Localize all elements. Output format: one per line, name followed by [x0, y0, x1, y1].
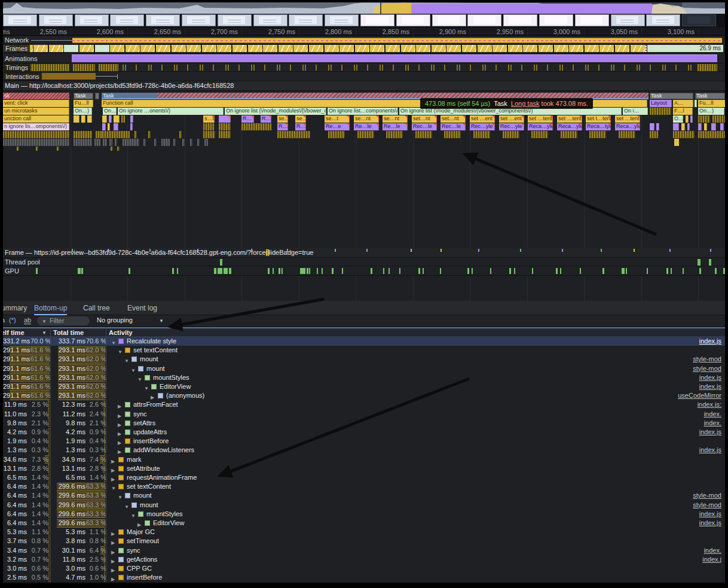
- tab-ummary[interactable]: ummary: [3, 301, 27, 315]
- expand-arrow-icon[interactable]: ▶: [118, 447, 124, 453]
- source-link[interactable]: index.js: [699, 446, 721, 455]
- match-case-icon[interactable]: a: [3, 316, 5, 324]
- collapse-arrow-icon[interactable]: ▼: [144, 384, 150, 390]
- source-link[interactable]: style-mod: [693, 491, 721, 500]
- self-time-percent: 7.3 %: [30, 455, 48, 464]
- collapse-arrow-icon[interactable]: ▼: [111, 339, 117, 345]
- table-row[interactable]: 291.1 ms61.6 %293.1 ms62.0 %▼mountstyle-…: [3, 364, 725, 373]
- table-row[interactable]: 3.2 ms0.7 %11.8 ms2.5 %▶getActionsindex.…: [3, 555, 725, 564]
- expand-arrow-icon[interactable]: ▶: [118, 429, 124, 435]
- total-time-percent: 62.0 %: [86, 346, 106, 355]
- interactions-track-label: Interactions: [3, 72, 42, 81]
- self-heat-bar: [48, 537, 50, 546]
- source-link[interactable]: index.js: [699, 337, 721, 346]
- expand-arrow-icon[interactable]: ▶: [111, 475, 117, 481]
- column-divider[interactable]: [106, 327, 106, 583]
- source-link[interactable]: index.js: [699, 519, 721, 528]
- table-row[interactable]: 3.0 ms0.6 %3.0 ms0.6 %▶CPP GC: [3, 564, 725, 573]
- total-time-percent: 2.1 %: [86, 419, 106, 428]
- source-link[interactable]: style-mod: [693, 501, 721, 510]
- source-link[interactable]: style-mod: [693, 364, 721, 373]
- collapse-arrow-icon[interactable]: ▼: [118, 493, 124, 499]
- source-link[interactable]: index.js: [699, 382, 721, 391]
- activity-label: mount: [140, 501, 158, 510]
- expand-arrow-icon[interactable]: ▶: [118, 438, 124, 444]
- table-row[interactable]: 3.7 ms0.8 %3.8 ms0.8 %▶setTimeout: [3, 537, 725, 546]
- grouping-caret-icon[interactable]: ▼: [159, 318, 164, 324]
- activity-label: sync: [133, 410, 147, 419]
- grouping-select[interactable]: No grouping: [97, 316, 133, 324]
- source-link[interactable]: index.j: [702, 555, 721, 564]
- tab-call-tree[interactable]: Call tree: [83, 301, 110, 315]
- source-link[interactable]: index.js: [699, 510, 721, 519]
- collapse-arrow-icon[interactable]: ▼: [131, 511, 137, 517]
- collapse-arrow-icon[interactable]: ▼: [111, 484, 117, 490]
- table-row[interactable]: 34.6 ms7.3 %34.9 ms7.4 %▶mark: [3, 455, 725, 464]
- self-heat-bar: [48, 419, 50, 427]
- table-row[interactable]: 291.1 ms61.6 %293.1 ms62.0 %▼EditorViewi…: [3, 382, 725, 391]
- expand-arrow-icon[interactable]: ▶: [118, 402, 124, 408]
- expand-arrow-icon[interactable]: ▶: [111, 566, 117, 572]
- table-row[interactable]: 3.4 ms0.7 %30.1 ms6.4 %▶syncindex.: [3, 546, 725, 555]
- table-row[interactable]: 291.1 ms61.6 %293.1 ms62.0 %▼set textCon…: [3, 346, 725, 355]
- source-link[interactable]: index.js:: [698, 400, 721, 409]
- table-row[interactable]: 6.4 ms1.4 %299.6 ms63.3 %▼set textConten…: [3, 482, 725, 491]
- expand-arrow-icon[interactable]: ▶: [111, 466, 117, 472]
- collapse-arrow-icon[interactable]: ▼: [124, 357, 130, 362]
- table-row[interactable]: 291.1 ms61.6 %293.1 ms62.0 %▼mountstyle-…: [3, 355, 725, 364]
- regex-icon[interactable]: (*): [9, 316, 16, 324]
- source-link[interactable]: style-mod: [693, 355, 721, 364]
- collapse-arrow-icon[interactable]: ▼: [131, 366, 137, 372]
- total-time-percent: 62.0 %: [86, 391, 106, 400]
- source-link[interactable]: useCodeMirror: [678, 391, 721, 400]
- source-link[interactable]: index.: [704, 419, 721, 428]
- activity-type-icon: [138, 511, 143, 517]
- table-row[interactable]: 1.9 ms0.4 %1.9 ms0.4 %▶insertBefore: [3, 437, 725, 446]
- table-row[interactable]: 6.4 ms1.4 %299.6 ms63.3 %▼mountStylesind…: [3, 510, 725, 519]
- total-time-percent: 0.4 %: [86, 437, 106, 446]
- tab-event-log[interactable]: Event log: [127, 301, 157, 315]
- table-row[interactable]: 2.5 ms0.5 %4.7 ms1.0 %▶insertBefore: [3, 573, 725, 582]
- table-row[interactable]: 5.3 ms1.1 %5.3 ms1.1 %▶Major GC: [3, 528, 725, 537]
- table-row[interactable]: 13.1 ms2.8 %13.1 ms2.8 %▶setAttribute: [3, 464, 725, 473]
- long-task-link[interactable]: Long task: [511, 100, 540, 107]
- table-row[interactable]: 331.2 ms70.0 %333.7 ms70.6 %▼Recalculate…: [3, 337, 725, 346]
- expand-arrow-icon[interactable]: ▶: [118, 421, 124, 426]
- table-row[interactable]: 6.4 ms1.4 %299.6 ms63.3 %▼mountstyle-mod: [3, 491, 725, 500]
- expand-arrow-icon[interactable]: ▶: [151, 393, 157, 399]
- table-row[interactable]: 6.4 ms1.4 %299.6 ms63.3 %▶EditorViewinde…: [3, 519, 725, 528]
- column-divider[interactable]: [50, 327, 51, 583]
- collapse-arrow-icon[interactable]: ▼: [118, 348, 124, 354]
- whole-word-icon[interactable]: ab: [24, 316, 31, 324]
- source-link[interactable]: index.: [704, 546, 721, 555]
- expand-arrow-icon[interactable]: ▶: [118, 412, 124, 418]
- sort-caret-icon: ▼: [42, 330, 47, 336]
- source-link[interactable]: index.js: [699, 428, 721, 437]
- expand-arrow-icon[interactable]: ▶: [111, 457, 117, 463]
- table-row[interactable]: 291.1 ms61.6 %293.1 ms62.0 %▶(anonymous)…: [3, 391, 725, 400]
- expand-arrow-icon[interactable]: ▶: [111, 529, 117, 535]
- filter-input[interactable]: ▼Filter: [37, 316, 90, 325]
- table-row[interactable]: 291.1 ms61.6 %293.1 ms62.0 %▼mountStyles…: [3, 373, 725, 382]
- expand-arrow-icon[interactable]: ▶: [111, 548, 117, 554]
- table-row[interactable]: 11.0 ms2.3 %11.2 ms2.4 %▶syncindex.: [3, 410, 725, 419]
- table-row[interactable]: 9.8 ms2.1 %9.8 ms2.1 %▶setAttrsindex.: [3, 419, 725, 428]
- col-total-time[interactable]: Total time: [53, 328, 84, 337]
- table-row[interactable]: 6.5 ms1.4 %6.5 ms1.4 %▶requestAnimationF…: [3, 473, 725, 482]
- table-row[interactable]: 11.9 ms2.5 %12.3 ms2.6 %▶attrsFromFaceti…: [3, 400, 725, 409]
- table-row[interactable]: 6.4 ms1.4 %299.6 ms63.3 %▼mountstyle-mod: [3, 501, 725, 510]
- tab-bottom-up[interactable]: Bottom-up: [34, 301, 67, 315]
- expand-arrow-icon[interactable]: ▶: [137, 520, 143, 526]
- table-row[interactable]: 4.2 ms0.9 %4.2 ms0.9 %▶updateAttrsindex.…: [3, 428, 725, 437]
- col-activity[interactable]: Activity: [109, 328, 133, 337]
- collapse-arrow-icon[interactable]: ▼: [124, 502, 130, 508]
- expand-arrow-icon[interactable]: ▶: [111, 538, 117, 544]
- source-link[interactable]: index.: [704, 410, 721, 419]
- col-self-time[interactable]: elf time: [3, 328, 25, 337]
- collapse-arrow-icon[interactable]: ▼: [137, 375, 143, 381]
- total-time-value: 293.1 ms: [56, 391, 85, 400]
- source-link[interactable]: index.js: [699, 373, 721, 382]
- expand-arrow-icon[interactable]: ▶: [111, 575, 117, 581]
- table-row[interactable]: 1.3 ms0.3 %1.3 ms0.3 %▶addWindowListener…: [3, 446, 725, 455]
- expand-arrow-icon[interactable]: ▶: [111, 557, 117, 563]
